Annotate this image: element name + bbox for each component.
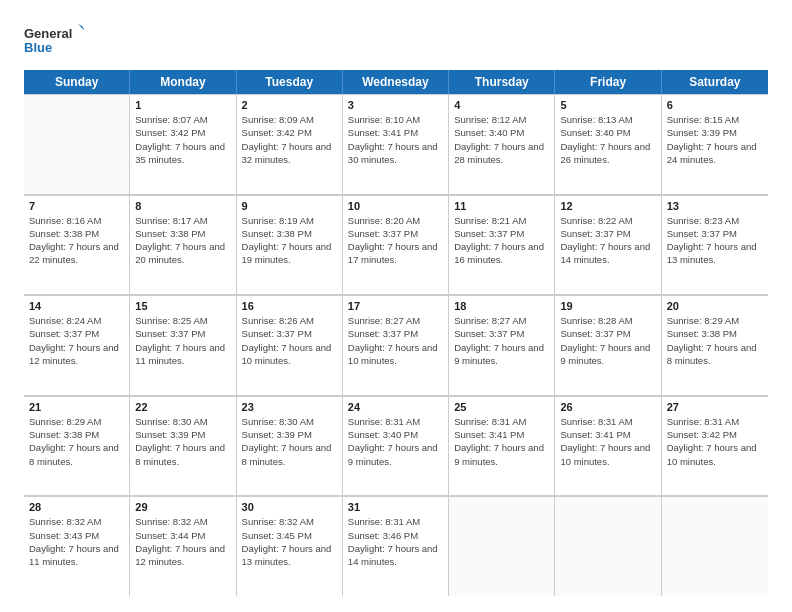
sunrise: Sunrise: 8:25 AM [135,314,230,327]
day-number: 28 [29,501,124,513]
daylight: Daylight: 7 hours and 20 minutes. [135,240,230,267]
sunset: Sunset: 3:41 PM [348,126,443,139]
week-row-5: 28 Sunrise: 8:32 AM Sunset: 3:43 PM Dayl… [24,496,768,596]
daylight: Daylight: 7 hours and 14 minutes. [348,542,443,569]
sunset: Sunset: 3:37 PM [667,227,763,240]
day-number: 27 [667,401,763,413]
daylight: Daylight: 7 hours and 10 minutes. [242,341,337,368]
day-number: 24 [348,401,443,413]
day-number: 2 [242,99,337,111]
day-number: 4 [454,99,549,111]
day-cell-17: 17 Sunrise: 8:27 AM Sunset: 3:37 PM Dayl… [343,295,449,395]
day-number: 1 [135,99,230,111]
sunset: Sunset: 3:40 PM [560,126,655,139]
sunrise: Sunrise: 8:31 AM [348,515,443,528]
sunrise: Sunrise: 8:20 AM [348,214,443,227]
day-number: 15 [135,300,230,312]
sunset: Sunset: 3:44 PM [135,529,230,542]
day-cell-10: 10 Sunrise: 8:20 AM Sunset: 3:37 PM Dayl… [343,195,449,295]
header-monday: Monday [130,70,236,94]
day-cell-20: 20 Sunrise: 8:29 AM Sunset: 3:38 PM Dayl… [662,295,768,395]
daylight: Daylight: 7 hours and 10 minutes. [348,341,443,368]
day-number: 3 [348,99,443,111]
sunset: Sunset: 3:37 PM [29,327,124,340]
sunset: Sunset: 3:41 PM [454,428,549,441]
sunrise: Sunrise: 8:27 AM [348,314,443,327]
sunrise: Sunrise: 8:13 AM [560,113,655,126]
daylight: Daylight: 7 hours and 13 minutes. [242,542,337,569]
day-number: 30 [242,501,337,513]
sunset: Sunset: 3:43 PM [29,529,124,542]
sunset: Sunset: 3:42 PM [667,428,763,441]
daylight: Daylight: 7 hours and 22 minutes. [29,240,124,267]
day-number: 6 [667,99,763,111]
daylight: Daylight: 7 hours and 9 minutes. [454,441,549,468]
day-number: 21 [29,401,124,413]
sunrise: Sunrise: 8:29 AM [667,314,763,327]
sunset: Sunset: 3:46 PM [348,529,443,542]
sunset: Sunset: 3:39 PM [135,428,230,441]
sunset: Sunset: 3:38 PM [667,327,763,340]
day-cell-12: 12 Sunrise: 8:22 AM Sunset: 3:37 PM Dayl… [555,195,661,295]
day-number: 23 [242,401,337,413]
sunrise: Sunrise: 8:31 AM [454,415,549,428]
sunrise: Sunrise: 8:24 AM [29,314,124,327]
daylight: Daylight: 7 hours and 10 minutes. [667,441,763,468]
sunset: Sunset: 3:40 PM [348,428,443,441]
week-row-2: 7 Sunrise: 8:16 AM Sunset: 3:38 PM Dayli… [24,195,768,296]
day-cell-25: 25 Sunrise: 8:31 AM Sunset: 3:41 PM Dayl… [449,396,555,496]
day-number: 19 [560,300,655,312]
daylight: Daylight: 7 hours and 24 minutes. [667,140,763,167]
sunrise: Sunrise: 8:19 AM [242,214,337,227]
svg-text:Blue: Blue [24,40,52,55]
day-number: 5 [560,99,655,111]
sunrise: Sunrise: 8:12 AM [454,113,549,126]
daylight: Daylight: 7 hours and 12 minutes. [135,542,230,569]
header-thursday: Thursday [449,70,555,94]
day-number: 13 [667,200,763,212]
week-row-4: 21 Sunrise: 8:29 AM Sunset: 3:38 PM Dayl… [24,396,768,497]
day-cell-23: 23 Sunrise: 8:30 AM Sunset: 3:39 PM Dayl… [237,396,343,496]
sunset: Sunset: 3:42 PM [242,126,337,139]
day-cell-18: 18 Sunrise: 8:27 AM Sunset: 3:37 PM Dayl… [449,295,555,395]
day-number: 14 [29,300,124,312]
sunrise: Sunrise: 8:07 AM [135,113,230,126]
sunrise: Sunrise: 8:28 AM [560,314,655,327]
sunrise: Sunrise: 8:31 AM [667,415,763,428]
sunrise: Sunrise: 8:21 AM [454,214,549,227]
page: General Blue SundayMondayTuesdayWednesda… [0,0,792,612]
day-cell-4: 4 Sunrise: 8:12 AM Sunset: 3:40 PM Dayli… [449,94,555,194]
header: General Blue [24,20,768,60]
day-number: 17 [348,300,443,312]
day-cell-14: 14 Sunrise: 8:24 AM Sunset: 3:37 PM Dayl… [24,295,130,395]
sunrise: Sunrise: 8:22 AM [560,214,655,227]
daylight: Daylight: 7 hours and 8 minutes. [667,341,763,368]
week-row-1: 1 Sunrise: 8:07 AM Sunset: 3:42 PM Dayli… [24,94,768,195]
day-number: 12 [560,200,655,212]
svg-text:General: General [24,26,72,41]
sunset: Sunset: 3:38 PM [135,227,230,240]
daylight: Daylight: 7 hours and 13 minutes. [667,240,763,267]
day-number: 25 [454,401,549,413]
calendar: SundayMondayTuesdayWednesdayThursdayFrid… [24,70,768,596]
daylight: Daylight: 7 hours and 14 minutes. [560,240,655,267]
sunset: Sunset: 3:37 PM [242,327,337,340]
daylight: Daylight: 7 hours and 8 minutes. [242,441,337,468]
svg-marker-2 [78,24,84,32]
sunset: Sunset: 3:39 PM [667,126,763,139]
day-cell-6: 6 Sunrise: 8:15 AM Sunset: 3:39 PM Dayli… [662,94,768,194]
sunset: Sunset: 3:37 PM [560,227,655,240]
day-cell-2: 2 Sunrise: 8:09 AM Sunset: 3:42 PM Dayli… [237,94,343,194]
day-cell-5: 5 Sunrise: 8:13 AM Sunset: 3:40 PM Dayli… [555,94,661,194]
sunset: Sunset: 3:37 PM [454,227,549,240]
day-number: 16 [242,300,337,312]
calendar-body: 1 Sunrise: 8:07 AM Sunset: 3:42 PM Dayli… [24,94,768,596]
sunrise: Sunrise: 8:32 AM [242,515,337,528]
daylight: Daylight: 7 hours and 11 minutes. [135,341,230,368]
day-cell-19: 19 Sunrise: 8:28 AM Sunset: 3:37 PM Dayl… [555,295,661,395]
day-number: 11 [454,200,549,212]
daylight: Daylight: 7 hours and 11 minutes. [29,542,124,569]
sunrise: Sunrise: 8:26 AM [242,314,337,327]
sunset: Sunset: 3:41 PM [560,428,655,441]
week-row-3: 14 Sunrise: 8:24 AM Sunset: 3:37 PM Dayl… [24,295,768,396]
